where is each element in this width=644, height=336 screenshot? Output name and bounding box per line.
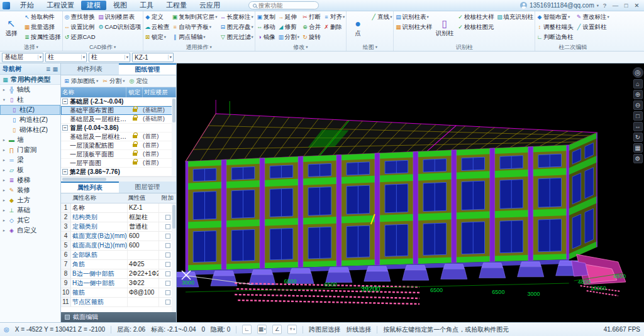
tab-modeling[interactable]: 建模 — [81, 1, 106, 10]
break-button[interactable]: ✂打断 — [301, 12, 321, 22]
sidebar-item-structural-column-z[interactable]: ▯构造柱(Z) — [0, 115, 60, 125]
tab-tools[interactable]: 工具 — [134, 1, 159, 10]
tab-component-list[interactable]: 构件列表 — [61, 63, 119, 75]
lock-icon[interactable] — [133, 117, 137, 121]
pick-component-button[interactable]: ↖拾取构件 — [23, 12, 62, 22]
batch-select-button[interactable]: ▦批量选择 — [23, 22, 62, 32]
tab-drawing-management[interactable]: 图纸管理 — [119, 63, 177, 75]
viewport-3d[interactable]: 3000 6500 6500 39200 6500 6500 3000 4800… — [177, 63, 644, 322]
tab-home[interactable]: 开始 — [14, 1, 40, 10]
cross-layer-select-toggle[interactable]: 跨图层选择 — [309, 325, 340, 334]
copy-to-other-floor-button[interactable]: ▣复制到其它层▾ — [171, 12, 218, 22]
ribbon-group-label-draw[interactable]: 绘图▾ — [347, 43, 392, 51]
tab-project-settings[interactable]: 工程设置 — [41, 1, 80, 10]
drawing-row-selected[interactable]: 基础平面布置图(基础层) — [61, 106, 176, 115]
split-drawing-button[interactable]: ✂分割▾ — [102, 77, 125, 85]
sidebar-item-beam[interactable]: ▸═梁 — [0, 155, 60, 165]
search-input[interactable] — [258, 2, 311, 9]
lock-icon[interactable] — [133, 135, 137, 138]
drawing-row[interactable]: 一层顶梁配筋图(首层) — [61, 141, 176, 150]
lock-button[interactable]: ⊠锁定▾ — [144, 32, 170, 42]
locate-drawing-button[interactable]: ◎定位 — [129, 77, 148, 85]
attach-checkbox[interactable] — [165, 271, 170, 276]
help-button[interactable]: ? — [600, 2, 609, 9]
sidebar-item-custom[interactable]: ▸◈自定义 — [0, 225, 60, 236]
ribbon-group-label-general[interactable]: 通用操作▾ — [144, 43, 254, 51]
sidebar-item-wall[interactable]: ▸▬墙 — [0, 135, 60, 145]
add-drawing-button[interactable]: ⊞添加图纸▾ — [64, 77, 98, 85]
identify-column-table-button[interactable]: ▤识别柱表▾ — [394, 12, 433, 22]
attach-checkbox[interactable] — [165, 281, 170, 286]
orbit-icon[interactable]: ↻ — [633, 133, 643, 142]
lock-icon[interactable] — [133, 161, 137, 165]
ribbon-group-label-modify[interactable]: 修改▾ — [256, 43, 346, 51]
account-area[interactable]: 13516911184@qq.com ▾ — [520, 2, 599, 9]
vertical-scrollbar[interactable] — [172, 203, 176, 312]
sidebar-item-decoration[interactable]: ▸✎装修 — [0, 185, 60, 195]
sidebar-item-slab[interactable]: ▸▱板 — [0, 165, 60, 175]
merge-button[interactable]: ⊕合并 — [301, 22, 321, 32]
trim-button[interactable]: ◢修剪 — [277, 22, 300, 32]
collapse-icon[interactable]: − — [62, 125, 68, 131]
close-button[interactable]: ✕ — [632, 2, 641, 9]
sidebar-item-stairs[interactable]: ▸≣楼梯 — [0, 175, 60, 185]
model-canvas[interactable]: 3000 6500 6500 39200 6500 6500 3000 4800… — [177, 63, 644, 322]
select-by-attribute-button[interactable]: ≣按属性选择 — [23, 32, 62, 42]
drawing-group-row[interactable]: −首层 (-0.04~3.86) — [61, 124, 176, 133]
app-logo-icon[interactable] — [3, 2, 10, 9]
section-edit-button[interactable]: 截面编辑 — [61, 312, 176, 322]
element-filter-button[interactable]: ▽图元过滤▾ — [219, 32, 253, 42]
type-select[interactable]: 柱▾ — [89, 53, 130, 62]
horizontal-scrollbar[interactable] — [61, 176, 176, 182]
tab-view[interactable]: 视图 — [108, 1, 133, 10]
find-replace-button[interactable]: ◎查找替换 — [64, 12, 96, 22]
collapse-icon[interactable]: − — [62, 99, 68, 104]
save-element-button[interactable]: ⊟图元存盘▾ — [219, 22, 253, 32]
set-scale-button[interactable]: ⇔设置比例 — [64, 22, 96, 32]
zoom-in-icon[interactable]: ⊕ — [633, 90, 643, 99]
modify-annotation-button[interactable]: ✎查改标注▾ — [575, 12, 609, 22]
drawing-row[interactable]: 基础层及一层框柱配筋图(首层) — [61, 133, 176, 141]
menu-icon[interactable]: ≣ — [46, 66, 51, 72]
scrollbar-thumb[interactable] — [172, 205, 175, 229]
attach-checkbox[interactable] — [165, 215, 170, 220]
tab-quantity[interactable]: 工程量 — [160, 1, 192, 10]
ribbon-group-label-select[interactable]: 选择▾ — [1, 43, 62, 51]
length-annotate-button[interactable]: ↔长度标注▾ — [219, 12, 253, 22]
vertical-scrollbar[interactable] — [172, 97, 176, 176]
lock-icon[interactable] — [133, 144, 137, 147]
collapse-icon[interactable]: − — [62, 169, 68, 175]
attach-checkbox[interactable] — [165, 224, 170, 229]
component-select[interactable]: KZ-1▾ — [132, 53, 174, 62]
pan-icon[interactable]: ⇔ — [633, 122, 643, 131]
zoom-fit-icon[interactable]: □ — [633, 111, 643, 121]
identify-floor-table-button[interactable]: ▤识别楼层表 — [97, 12, 142, 22]
crosshair-toggle[interactable]: +▾ — [287, 325, 297, 334]
grid-icon[interactable]: ▦ — [52, 66, 58, 72]
tab-cloud-apps[interactable]: 云应用 — [194, 1, 226, 10]
attach-checkbox[interactable] — [165, 252, 170, 257]
view-settings-icon[interactable]: ⚙ — [633, 154, 643, 163]
home-view-icon[interactable]: ⌂ — [633, 79, 643, 89]
select-button[interactable]: ↖ 选择 — [1, 12, 22, 43]
sidebar-item-axis[interactable]: ▸╬轴线 — [0, 85, 60, 95]
copy-button[interactable]: ▣复制 — [256, 12, 276, 22]
cad-identify-options-button[interactable]: ⚙CAD识别选项 — [97, 22, 142, 32]
move-button[interactable]: ⇔移动 — [256, 22, 276, 32]
align-button[interactable]: ≡对齐▾ — [323, 12, 345, 22]
maximize-button[interactable]: □ — [621, 2, 631, 9]
judge-corner-column-button[interactable]: ∟判断边角柱 — [536, 32, 574, 42]
adjust-column-end-button[interactable]: ↕调整柱端头 — [536, 22, 574, 32]
attach-checkbox[interactable] — [165, 300, 170, 305]
ribbon-group-label-column-edit[interactable]: 柱二次编辑 — [536, 43, 610, 51]
polyline-select-toggle[interactable]: 折线选择 — [346, 325, 371, 334]
angle-snap-toggle[interactable]: ∠ — [272, 325, 282, 334]
line-button[interactable]: ╱直线▾ — [370, 12, 392, 22]
sidebar-item-column[interactable]: ▾▯柱 — [0, 95, 60, 105]
drawing-row[interactable]: 一层平面图(首层) — [61, 159, 176, 168]
attach-checkbox[interactable] — [165, 243, 170, 248]
extend-button[interactable]: →延伸 — [277, 12, 300, 22]
ribbon-group-label-cad[interactable]: CAD操作▾ — [64, 43, 142, 51]
sidebar-item-common-components[interactable]: ▦常用构件类型 — [0, 75, 60, 85]
auto-align-slab-button[interactable]: ≡自动平齐板▾ — [171, 22, 218, 32]
